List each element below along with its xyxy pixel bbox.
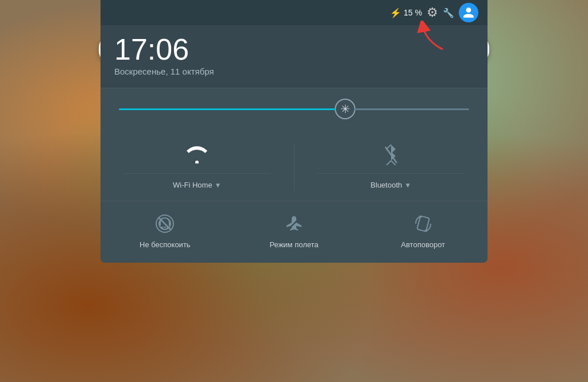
- battery-info: ⚡ 15 %: [390, 7, 422, 18]
- clock-time: 17:06: [114, 34, 474, 64]
- wrench-icon: 🔧: [443, 7, 454, 18]
- bluetooth-dropdown-arrow[interactable]: ▼: [404, 181, 411, 189]
- brightness-thumb[interactable]: ✳: [335, 99, 355, 119]
- autorotate-toggle[interactable]: Автоповорот: [358, 201, 488, 249]
- airplane-icon: [284, 213, 304, 235]
- wifi-toggle-divider: [123, 173, 270, 174]
- airplane-toggle[interactable]: Режим полета: [230, 201, 359, 249]
- brightness-sun-icon: ✳: [341, 102, 350, 116]
- user-avatar[interactable]: [459, 3, 478, 22]
- wifi-icon: [187, 143, 207, 166]
- svg-rect-7: [417, 216, 430, 231]
- brightness-track-filled: [119, 108, 336, 110]
- autorotate-icon: [413, 213, 434, 235]
- wifi-dropdown-arrow[interactable]: ▼: [215, 181, 222, 189]
- clock-info: 17:06 Воскресенье, 11 октября: [114, 34, 474, 76]
- autorotate-label: Автоповорот: [401, 240, 445, 249]
- dnd-label: Не беспокоить: [140, 240, 191, 249]
- wifi-label: Wi-Fi Home ▼: [173, 181, 222, 189]
- settings-button[interactable]: ⚙: [427, 5, 438, 20]
- bluetooth-toggle[interactable]: Bluetooth ▼: [295, 134, 488, 201]
- notification-panel: ⚡ 15 % ⚙ 🔧 17:06 Воскресенье: [100, 0, 488, 263]
- brightness-section[interactable]: ✳: [100, 88, 488, 130]
- dnd-toggle[interactable]: Не беспокоить: [100, 201, 230, 249]
- airplane-label: Режим полета: [269, 240, 318, 249]
- bluetooth-toggle-divider: [318, 173, 465, 174]
- quick-toggles-row: Wi-Fi Home ▼ Bluetooth ▼: [100, 130, 488, 201]
- clock-section: 17:06 Воскресенье, 11 октября: [100, 25, 488, 88]
- battery-percent: 15 %: [404, 8, 422, 17]
- status-bar: ⚡ 15 % ⚙ 🔧: [100, 0, 488, 25]
- clock-date: Воскресенье, 11 октября: [114, 67, 474, 76]
- brightness-track-empty: [354, 108, 469, 110]
- bluetooth-label: Bluetooth ▼: [370, 181, 411, 189]
- bluetooth-icon: [383, 143, 399, 166]
- wifi-toggle[interactable]: Wi-Fi Home ▼: [100, 134, 294, 201]
- bottom-toggles-row: Не беспокоить Режим полета: [100, 201, 488, 263]
- dnd-icon: [155, 213, 175, 235]
- battery-icon: ⚡: [390, 7, 401, 18]
- svg-point-1: [195, 161, 199, 163]
